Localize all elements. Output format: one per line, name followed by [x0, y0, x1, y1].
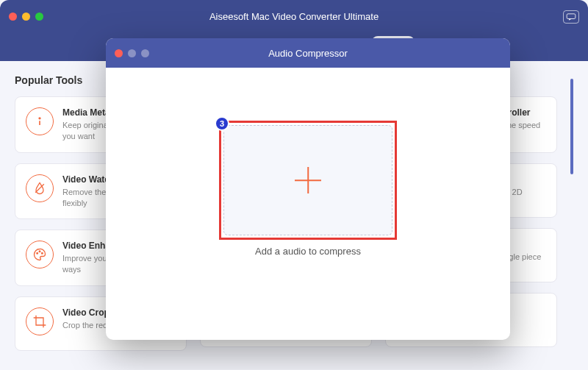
feedback-button[interactable] — [563, 10, 579, 24]
info-icon — [26, 107, 54, 135]
droplet-slash-icon — [26, 174, 54, 202]
plus-icon — [295, 167, 321, 193]
speech-bubble-icon — [566, 13, 576, 21]
svg-point-12 — [42, 253, 43, 255]
svg-rect-0 — [567, 13, 576, 18]
dropzone-label: Add a audio to compress — [255, 246, 361, 257]
add-audio-dropzone[interactable] — [223, 125, 392, 235]
scrollbar-thumb[interactable] — [570, 79, 573, 174]
modal-minimize-button — [128, 49, 136, 57]
svg-point-10 — [37, 253, 38, 255]
window-controls — [9, 13, 43, 21]
main-window-title: Aiseesoft Mac Video Converter Ultimate — [0, 11, 588, 22]
modal-body: 3 Add a audio to compress — [106, 68, 510, 340]
audio-compressor-modal: Audio Compressor 3 Add a audio to compre… — [106, 38, 510, 340]
main-titlebar: Aiseesoft Mac Video Converter Ultimate — [0, 0, 588, 33]
crop-icon — [26, 307, 54, 335]
palette-icon — [26, 241, 54, 268]
zoom-window-button[interactable] — [35, 13, 43, 21]
scrollbar[interactable] — [570, 79, 573, 370]
modal-zoom-button — [141, 49, 149, 57]
modal-title: Audio Compressor — [106, 48, 510, 59]
minimize-window-button[interactable] — [22, 13, 30, 21]
close-window-button[interactable] — [9, 13, 17, 21]
modal-titlebar: Audio Compressor — [106, 38, 510, 68]
svg-point-11 — [39, 251, 40, 252]
svg-point-8 — [39, 118, 40, 119]
annotation-step-badge: 3 — [215, 116, 229, 131]
dropzone-wrap: 3 — [223, 125, 392, 235]
modal-close-button[interactable] — [115, 49, 123, 57]
